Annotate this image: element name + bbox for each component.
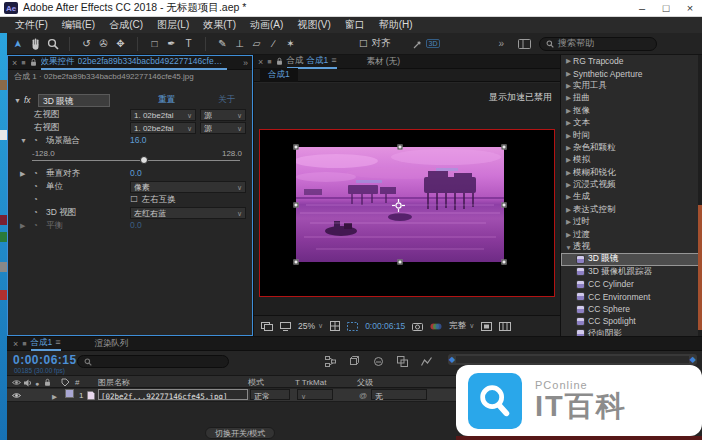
frame-blend-icon[interactable] [397, 356, 408, 367]
menu-item[interactable]: 动画(A) [243, 17, 290, 33]
timeline-navigator-bar[interactable]: ◆ ◆ [448, 354, 697, 365]
transform-handle[interactable] [502, 145, 507, 150]
effects-list-item[interactable]: ▶ 扭曲 [561, 92, 702, 104]
pickwhip-icon[interactable]: @ [359, 389, 367, 402]
layer-name-column-header[interactable]: 图层名称 [98, 376, 130, 389]
eraser-tool[interactable]: ▱ [248, 35, 265, 53]
stamp-tool[interactable]: ⊥ [231, 35, 248, 53]
tab-composition[interactable]: 合成 合成1 ≡ [287, 55, 337, 69]
panel-overflow-icon[interactable]: » [243, 58, 248, 68]
transform-handle[interactable] [294, 145, 299, 150]
expand-arrow-icon[interactable]: ▶ [564, 94, 573, 102]
panel-menu-icon[interactable]: ≡ [331, 54, 336, 67]
expand-arrow-icon[interactable]: ▶ [564, 156, 573, 164]
effects-list-item[interactable]: CC Sphere [561, 303, 702, 315]
transform-handle[interactable] [294, 260, 299, 265]
resolution-dropdown[interactable]: 完整 [449, 320, 466, 332]
transform-handle[interactable] [502, 202, 507, 207]
tab-footage[interactable]: 素材 (无) [367, 56, 401, 68]
effects-list-item[interactable]: CC Cylinder [561, 278, 702, 290]
effects-list-item[interactable]: ▶ Synthetic Aperture [561, 67, 702, 79]
transform-handle[interactable] [398, 260, 403, 265]
slider-knob[interactable] [140, 156, 148, 164]
effects-scrollbar[interactable] [698, 55, 702, 352]
grid-guides-icon[interactable] [330, 321, 340, 331]
pixel-aspect-icon[interactable] [499, 322, 511, 331]
shape-tool[interactable]: □ [146, 35, 163, 53]
tab-timeline-comp[interactable]: 合成1 ≡ [31, 337, 61, 351]
comp-subtab[interactable]: 合成1 [260, 68, 298, 82]
channels-rgb-icon[interactable] [430, 322, 442, 331]
panel-close-icon[interactable]: × [258, 57, 263, 67]
effects-list-item[interactable]: ▶ 时间 [561, 129, 702, 141]
toggle-switches-modes-button[interactable]: 切换开关/模式 [205, 427, 275, 439]
expand-arrow-icon[interactable]: ▶ [564, 231, 573, 239]
panel-menu-icon[interactable]: ≡ [55, 336, 60, 349]
parent-dropdown[interactable]: 无∨ [371, 389, 427, 400]
expand-arrow-icon[interactable]: ▶ [564, 144, 573, 152]
collapse-arrow-icon[interactable]: ▼ [20, 134, 27, 147]
layer-expand-arrow[interactable]: ▶ [52, 390, 57, 403]
effects-list-item[interactable]: ▶ 实用工具 [561, 80, 702, 92]
monitor-icon[interactable] [280, 322, 291, 331]
shy-layers-icon[interactable] [373, 356, 384, 367]
magnification-dropdown[interactable]: 25% [298, 321, 315, 331]
right-view-dropdown[interactable]: 1. 02be2fal∨ [130, 122, 196, 134]
expand-arrow-icon[interactable]: ▶ [564, 206, 573, 214]
graph-editor-icon[interactable] [421, 356, 432, 367]
menu-item[interactable]: 帮助(H) [372, 17, 420, 33]
target-region-icon[interactable] [481, 322, 492, 331]
expand-arrow-icon[interactable]: ▶ [564, 70, 573, 78]
stopwatch-icon[interactable]: ◔ [33, 167, 38, 180]
puppet-tool[interactable]: ✶ [282, 35, 299, 53]
stopwatch-icon[interactable]: ◔ [33, 193, 38, 206]
hand-tool[interactable] [27, 35, 44, 53]
menu-item[interactable]: 视图(V) [290, 17, 337, 33]
vertical-value[interactable]: 0.0 [130, 167, 142, 180]
left-view-channel-dropdown[interactable]: 源∨ [200, 109, 246, 121]
help-search-input[interactable]: 搜索帮助 [539, 37, 657, 51]
blend-mode-dropdown[interactable]: 正常∨ [250, 389, 290, 400]
collapse-arrow-icon[interactable]: ▼ [14, 97, 21, 104]
reset-link[interactable]: 重置 [158, 94, 175, 106]
always-preview-icon[interactable] [261, 322, 273, 331]
effects-list-item[interactable]: ▶ 模拟 [561, 154, 702, 166]
trkmat-dropdown[interactable]: ∨ [297, 389, 333, 400]
effect-header-row[interactable]: ▼ fx 3D 眼镜 重置 关于 [8, 94, 252, 108]
swap-checkbox[interactable]: ☐ 左右互换 [130, 193, 176, 206]
menu-item[interactable]: 编辑(E) [55, 17, 102, 33]
units-dropdown[interactable]: 像素∨ [130, 181, 246, 193]
navigator-start-handle[interactable]: ◆ [449, 356, 455, 364]
right-view-channel-dropdown[interactable]: 源∨ [200, 122, 246, 134]
expand-arrow-icon[interactable]: ▶ [564, 181, 573, 189]
effects-list-item[interactable]: CC Spotlight [561, 315, 702, 327]
layer-visibility-icon[interactable] [12, 392, 21, 399]
pan-behind-tool[interactable]: ✥ [112, 35, 129, 53]
transform-handle[interactable] [398, 145, 403, 150]
panel-close-icon[interactable]: × [13, 339, 18, 349]
slider-track[interactable] [32, 160, 240, 161]
current-time[interactable]: 0:00:06:15 [365, 321, 405, 331]
selection-tool[interactable]: ➤ [10, 35, 27, 53]
expand-arrow-icon[interactable]: ▶ [564, 119, 573, 127]
expand-arrow-icon[interactable]: ▶ [564, 132, 573, 140]
effect-name[interactable]: 3D 眼镜 [38, 94, 110, 107]
scrollbar-thumb[interactable] [698, 205, 702, 330]
expand-arrow-icon[interactable]: ▶ [20, 219, 25, 232]
parent-column-header[interactable]: 父级 [357, 376, 373, 389]
snapshot-camera-icon[interactable] [412, 322, 423, 331]
expand-arrow-icon[interactable]: ▶ [564, 107, 573, 115]
expand-arrow-icon[interactable]: ▼ [564, 244, 573, 251]
toolbar-overflow-chevron[interactable]: » [498, 38, 504, 49]
anaglyph-preview-image[interactable] [296, 147, 504, 262]
menu-item[interactable]: 合成(C) [102, 17, 150, 33]
camera-widget[interactable]: 3D [413, 39, 441, 49]
align-checkbox[interactable]: ☐ 对齐 [359, 37, 391, 50]
expand-arrow-icon[interactable]: ▶ [564, 57, 573, 65]
effects-list-item[interactable]: CC Environment [561, 290, 702, 302]
effects-list-item[interactable]: ▶ RG Trapcode [561, 55, 702, 67]
effects-list-item[interactable]: ▶ 抠像 [561, 105, 702, 117]
menu-item[interactable]: 文件(F) [8, 17, 55, 33]
rotate-tool[interactable]: ↺ [78, 35, 95, 53]
left-view-dropdown[interactable]: 1. 02be2fal∨ [130, 109, 196, 121]
